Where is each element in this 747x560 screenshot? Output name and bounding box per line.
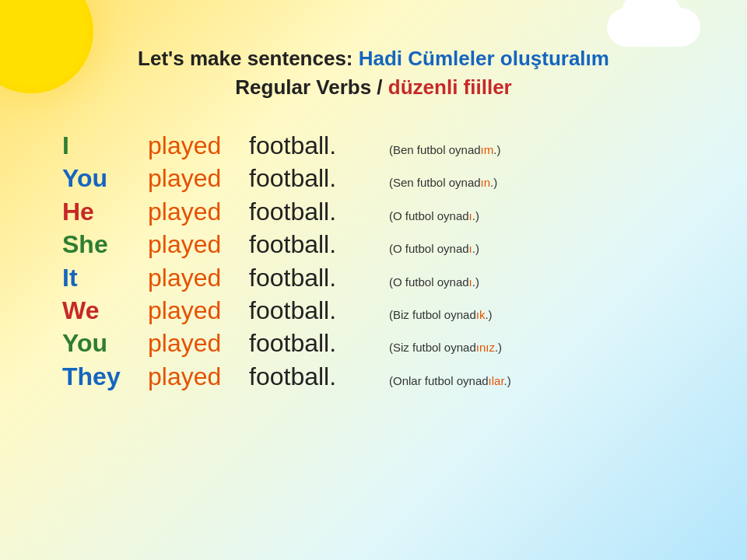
verb: played [148,131,249,160]
verb: played [148,197,249,226]
object: football. [249,229,374,259]
sentence-row: Heplayedfootball.(O futbol oynadı.) [62,197,685,226]
sentence-row: Weplayedfootball.(Biz futbol oynadık.) [62,296,685,325]
pronoun: It [62,263,148,292]
translation: (Ben futbol oynadım.) [389,142,500,157]
translation: (Biz futbol oynadık.) [389,307,493,322]
title-line2: Regular Verbs / düzenli fiiller [62,75,685,100]
sentence-row: Youplayedfootball.(Sen futbol oynadın.) [62,163,685,193]
page-content: Let's make sentences: Hadi Cümleler oluş… [0,0,747,425]
translation: (Sen futbol oynadın.) [389,175,497,190]
object: football. [249,296,374,325]
translation: (Onlar futbol oynadılar.) [389,373,511,388]
translation: (O futbol oynadı.) [389,275,479,289]
object: football. [249,163,374,193]
sentence-row: Itplayedfootball.(O futbol oynadı.) [62,263,685,292]
pronoun: They [62,362,148,391]
verb: played [148,229,249,259]
object: football. [249,131,374,160]
title-section: Let's make sentences: Hadi Cümleler oluş… [62,47,685,100]
object: football. [249,197,374,226]
pronoun: We [62,296,148,325]
verb: played [148,163,249,193]
title-prefix-1: Let's make sentences: [138,47,359,70]
sentences-table: Iplayedfootball.(Ben futbol oynadım.)You… [62,131,685,391]
object: football. [249,263,374,292]
title-highlight-2: düzenli fiiller [388,75,512,99]
pronoun: You [62,163,148,193]
title-highlight-1: Hadi Cümleler oluşturalım [359,47,609,70]
translation: (O futbol oynadı.) [389,208,479,223]
pronoun: He [62,197,148,226]
title-line1: Let's make sentences: Hadi Cümleler oluş… [62,47,685,71]
sentence-row: Iplayedfootball.(Ben futbol oynadım.) [62,131,685,160]
sentence-row: Theyplayedfootball.(Onlar futbol oynadıl… [62,362,685,391]
pronoun: I [62,131,148,160]
sentence-row: Youplayedfootball.(Siz futbol oynadınız.… [62,328,685,358]
verb: played [148,362,249,391]
sentence-row: Sheplayedfootball.(O futbol oynadı.) [62,229,685,259]
verb: played [148,296,249,325]
pronoun: She [62,229,148,259]
object: football. [249,362,374,391]
object: football. [249,328,374,358]
title-prefix-2: Regular Verbs / [235,75,388,99]
translation: (O futbol oynadı.) [389,241,479,256]
pronoun: You [62,328,148,358]
verb: played [148,328,249,358]
verb: played [148,263,249,292]
translation: (Siz futbol oynadınız.) [389,340,502,355]
